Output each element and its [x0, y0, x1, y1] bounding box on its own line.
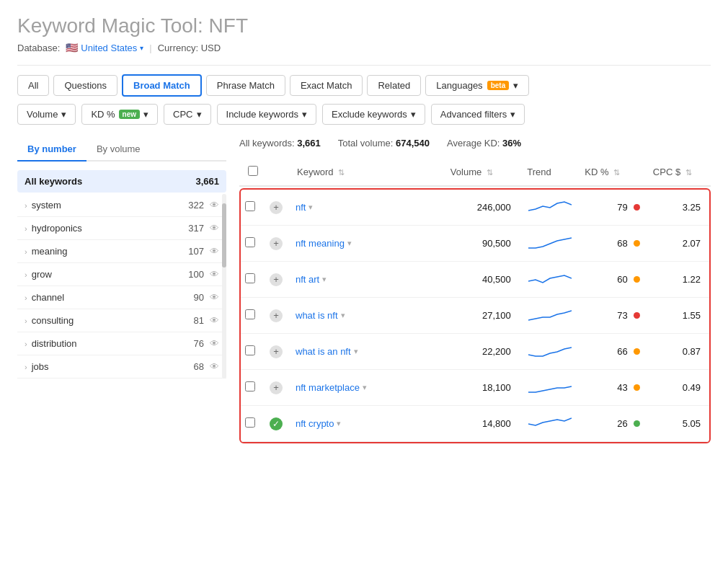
trend-sparkline [528, 378, 572, 395]
sidebar-item[interactable]: › distribution 76 👁 [17, 332, 226, 355]
chevron-down-icon: ▾ [341, 311, 345, 320]
cpc-value: 5.05 [683, 418, 701, 429]
tab-broad-match[interactable]: Broad Match [122, 74, 202, 97]
kd-indicator [634, 384, 640, 391]
keyword-link[interactable]: nft marketplace ▾ [296, 382, 433, 393]
th-trend[interactable]: Trend [518, 159, 576, 186]
sidebar-item[interactable]: › meaning 107 👁 [17, 240, 226, 263]
chevron-down-icon: ▾ [510, 109, 515, 120]
chevron-right-icon: › [25, 317, 27, 325]
exclude-keywords-filter[interactable]: Exclude keywords ▾ [322, 104, 425, 125]
all-keywords-value: 3,661 [297, 138, 321, 149]
header-divider [17, 65, 711, 66]
chevron-down-icon: ▾ [513, 80, 518, 91]
keyword-link[interactable]: what is an nft ▾ [296, 346, 433, 357]
trend-sparkline [528, 342, 572, 359]
th-volume[interactable]: Volume ⇅ [442, 159, 518, 186]
eye-icon[interactable]: 👁 [210, 200, 219, 211]
row-checkbox[interactable] [245, 345, 255, 355]
chevron-down-icon: ▾ [308, 203, 313, 212]
th-cpc[interactable]: CPC $ ⇅ [644, 159, 711, 186]
eye-icon[interactable]: 👁 [210, 223, 219, 234]
subtitle: Database: 🇺🇸 United States ▾ | Currency:… [17, 42, 711, 53]
cpc-value: 2.07 [683, 238, 701, 249]
beta-badge: beta [487, 81, 510, 90]
tab-bar: All Questions Broad Match Phrase Match E… [17, 74, 711, 97]
sort-icon: ⇅ [487, 168, 493, 177]
tab-languages[interactable]: Languages beta ▾ [425, 75, 529, 96]
row-checkbox[interactable] [245, 237, 255, 247]
include-label: Include keywords [226, 109, 298, 120]
add-to-list-icon[interactable]: + [270, 381, 283, 394]
chevron-down-icon: ▾ [337, 419, 341, 428]
keyword-link[interactable]: what is nft ▾ [296, 310, 433, 321]
by-volume-btn[interactable]: By volume [86, 138, 151, 162]
kd-filter[interactable]: KD % new ▾ [81, 104, 158, 125]
currency-label: Currency: USD [158, 43, 221, 53]
keyword-link[interactable]: nft art ▾ [296, 274, 433, 285]
added-to-list-icon[interactable]: ✓ [270, 417, 283, 430]
sidebar-item[interactable]: › hydroponics 317 👁 [17, 217, 226, 240]
keyword-text: nft meaning [296, 238, 345, 249]
sidebar-scroll: › system 322 👁 › hydroponics 317 👁 › mea… [17, 194, 226, 379]
th-kd[interactable]: KD % ⇅ [576, 159, 644, 186]
sidebar-item[interactable]: › jobs 68 👁 [17, 355, 226, 379]
add-to-list-icon[interactable]: + [270, 345, 283, 358]
advanced-filters[interactable]: Advanced filters ▾ [431, 104, 525, 125]
add-to-list-icon[interactable]: + [270, 201, 283, 214]
eye-icon[interactable]: 👁 [210, 338, 219, 349]
keyword-link[interactable]: nft crypto ▾ [296, 418, 433, 429]
row-checkbox[interactable] [245, 381, 255, 391]
tab-phrase-match[interactable]: Phrase Match [206, 75, 285, 96]
volume-filter[interactable]: Volume ▾ [17, 104, 76, 125]
view-toggle: By number By volume [17, 138, 226, 162]
tab-all[interactable]: All [17, 75, 49, 96]
eye-icon[interactable]: 👁 [210, 361, 219, 372]
by-number-btn[interactable]: By number [17, 138, 86, 162]
chevron-down-icon: ▾ [302, 109, 307, 120]
th-keyword[interactable]: Keyword ⇅ [288, 159, 442, 186]
sidebar-item[interactable]: › grow 100 👁 [17, 263, 226, 286]
include-keywords-filter[interactable]: Include keywords ▾ [217, 104, 316, 125]
row-checkbox[interactable] [245, 417, 255, 428]
eye-icon[interactable]: 👁 [210, 246, 219, 257]
volume-value: 22,200 [482, 346, 511, 357]
database-link[interactable]: 🇺🇸 United States ▾ [66, 42, 143, 53]
table-row: + what is an nft ▾ [241, 334, 709, 370]
add-to-list-icon[interactable]: + [270, 273, 283, 286]
add-to-list-icon[interactable]: + [270, 237, 283, 250]
chevron-right-icon: › [25, 270, 27, 279]
eye-icon[interactable]: 👁 [210, 315, 219, 326]
title-text: Keyword Magic Tool: [17, 14, 209, 37]
keyword-text: what is nft [296, 310, 338, 321]
kd-label: KD % [91, 109, 115, 120]
table-row: + nft ▾ [241, 190, 709, 226]
tab-questions[interactable]: Questions [53, 75, 117, 96]
tab-related[interactable]: Related [367, 75, 421, 96]
scrollbar-track[interactable] [222, 194, 226, 379]
kd-indicator [634, 420, 640, 427]
cpc-label: CPC [173, 109, 192, 120]
tab-exact-match[interactable]: Exact Match [290, 75, 363, 96]
eye-icon[interactable]: 👁 [210, 292, 219, 303]
sidebar-item-label: meaning [32, 246, 189, 257]
keyword-link[interactable]: nft ▾ [296, 202, 433, 213]
sidebar-item[interactable]: › consulting 81 👁 [17, 309, 226, 332]
eye-icon[interactable]: 👁 [210, 269, 219, 280]
select-all-checkbox[interactable] [248, 166, 258, 176]
sidebar-item[interactable]: › channel 90 👁 [17, 286, 226, 309]
sidebar-item[interactable]: › system 322 👁 [17, 194, 226, 217]
volume-value: 14,800 [482, 418, 511, 429]
sidebar-item-label: jobs [32, 361, 194, 372]
row-checkbox[interactable] [245, 201, 255, 211]
cpc-value: 3.25 [683, 202, 701, 213]
row-checkbox[interactable] [245, 309, 255, 319]
keyword-link[interactable]: nft meaning ▾ [296, 238, 433, 249]
scrollbar-thumb[interactable] [222, 203, 226, 268]
kd-indicator [634, 276, 640, 283]
row-checkbox[interactable] [245, 273, 255, 283]
sidebar-item-count: 90 [194, 292, 204, 303]
add-to-list-icon[interactable]: + [270, 309, 283, 322]
keyword-text: nft art [296, 274, 319, 285]
cpc-filter[interactable]: CPC ▾ [164, 104, 210, 125]
